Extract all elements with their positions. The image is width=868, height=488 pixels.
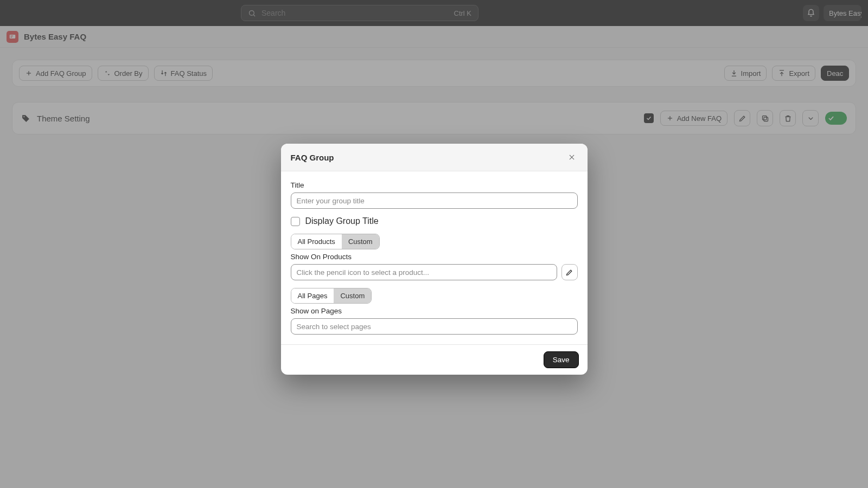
products-input[interactable] [291,264,557,280]
show-on-pages-label: Show on Pages [291,307,578,315]
seg-all-products[interactable]: All Products [291,234,342,249]
seg-custom-pages[interactable]: Custom [334,288,371,303]
modal-overlay[interactable]: FAQ Group Title Display Group Title All … [0,0,868,488]
faq-group-modal: FAQ Group Title Display Group Title All … [281,144,588,375]
pages-segment: All Pages Custom [291,288,372,304]
products-segment: All Products Custom [291,234,380,249]
save-button[interactable]: Save [544,351,579,368]
modal-title: FAQ Group [291,153,566,162]
modal-footer: Save [281,344,588,375]
seg-custom-products[interactable]: Custom [342,234,379,249]
modal-header: FAQ Group [281,144,588,171]
group-title-input[interactable] [291,192,578,209]
seg-all-pages[interactable]: All Pages [291,288,334,303]
select-products-button[interactable] [561,264,578,280]
modal-close-button[interactable] [566,151,578,163]
show-on-products-label: Show On Products [291,253,578,261]
display-title-row[interactable]: Display Group Title [291,216,578,226]
modal-body: Title Display Group Title All Products C… [281,171,588,344]
close-icon [568,153,576,161]
display-title-checkbox[interactable] [291,217,300,226]
title-label: Title [291,181,578,189]
pencil-icon [565,268,573,277]
pages-input[interactable] [291,318,578,335]
display-title-label: Display Group Title [305,216,379,226]
